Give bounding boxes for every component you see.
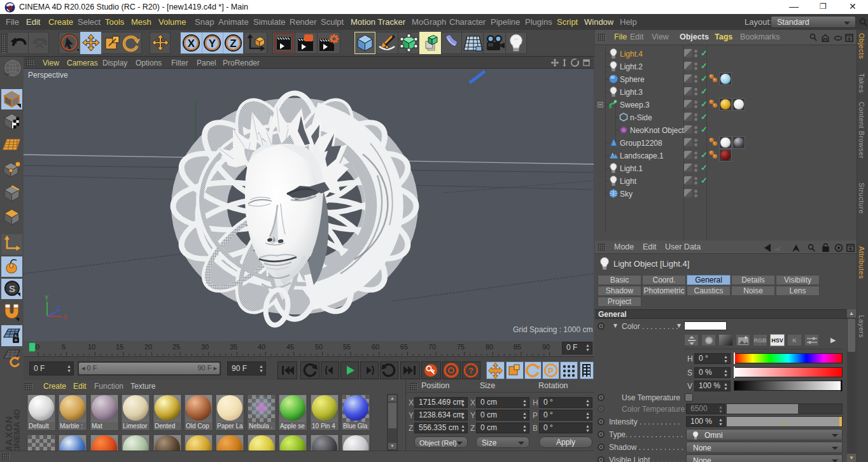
- svg-text:60: 60: [372, 343, 379, 351]
- svg-text:75: 75: [457, 343, 465, 351]
- svg-text:10: 10: [88, 343, 95, 351]
- svg-text:50: 50: [315, 343, 323, 351]
- svg-text:X: X: [188, 38, 195, 50]
- svg-text:25: 25: [172, 343, 180, 351]
- svg-text:80: 80: [486, 343, 493, 351]
- svg-text:45: 45: [286, 343, 294, 351]
- svg-text:Perspective: Perspective: [28, 71, 68, 80]
- svg-text:Y: Y: [45, 295, 49, 302]
- svg-text:?: ?: [468, 366, 473, 375]
- svg-text:0: 0: [36, 343, 39, 351]
- svg-text:P: P: [548, 367, 553, 375]
- svg-text:55: 55: [343, 343, 351, 351]
- svg-text:Z: Z: [57, 305, 60, 312]
- svg-text:15: 15: [116, 343, 123, 351]
- svg-text:Grid Spacing : 1000 cm: Grid Spacing : 1000 cm: [513, 325, 592, 334]
- svg-text:30: 30: [201, 343, 209, 351]
- svg-text:X: X: [63, 314, 67, 321]
- svg-text:S: S: [9, 283, 15, 294]
- svg-text:90: 90: [542, 343, 550, 351]
- svg-text:40: 40: [258, 343, 265, 351]
- svg-text:Z: Z: [230, 38, 236, 50]
- svg-text:Y: Y: [209, 38, 216, 50]
- svg-text:65: 65: [400, 343, 408, 351]
- svg-text:5: 5: [62, 343, 66, 351]
- svg-text:20: 20: [144, 343, 152, 351]
- svg-text:35: 35: [230, 343, 237, 351]
- svg-text:85: 85: [514, 343, 521, 351]
- svg-text:70: 70: [428, 343, 436, 351]
